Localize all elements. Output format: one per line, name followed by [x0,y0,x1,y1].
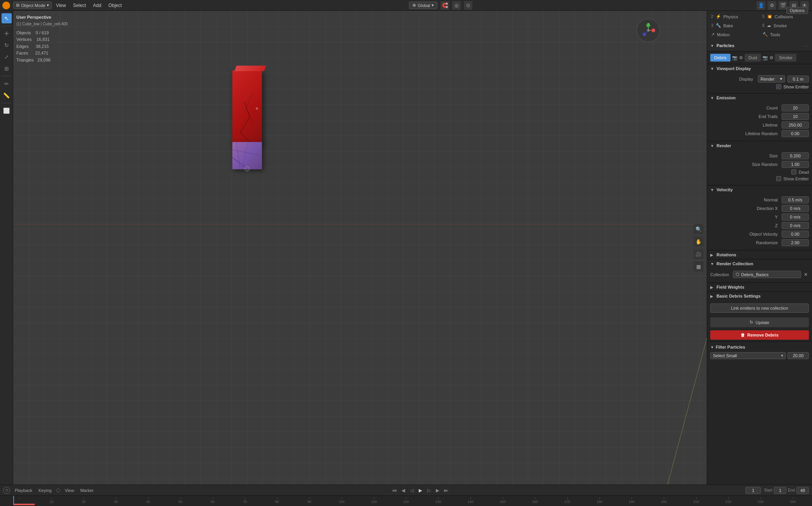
bottom-area: ⏱ Playback Keying View Marker ⏮ ◀ ◁ ▶ ▷ … [0,485,812,506]
smoke-tab[interactable]: 6 ☁ Smoke [760,21,811,30]
emission-arrow: ▼ [710,96,715,100]
transform-tool-btn[interactable]: ⊞ [2,63,12,74]
zoom-extents-btn[interactable]: 🔍 [693,224,704,234]
ruler-mark-120: 120 [390,500,422,504]
options-button[interactable]: Options [786,7,808,14]
field-weights-header[interactable]: ▶ Field Weights [707,283,812,291]
render-view-btn[interactable]: ▦ [693,261,704,272]
tools-tab[interactable]: 🔨 Tools [760,30,811,39]
display-value: Render [761,77,775,81]
lifetime-random-value[interactable]: 0.00 [782,130,809,137]
menu-select[interactable]: Select [70,2,89,9]
scene-icon-btn[interactable]: 🎬 [778,1,787,10]
dust-particle-btn[interactable]: Dust [745,54,761,62]
rotations-header[interactable]: ▶ Rotations [707,250,812,259]
dir-z-value[interactable]: 0 m/s [782,222,809,229]
update-btn[interactable]: ↻ Update [710,317,809,327]
smoke-particle-btn[interactable]: Smoke [775,54,796,62]
view-menu-tl[interactable]: View [63,487,76,494]
menu-view[interactable]: View [53,2,69,9]
remove-debris-btn[interactable]: 🗑 Remove Debris [710,330,809,340]
particles-collapse-icon[interactable]: ▼ [710,44,714,48]
jump-end-btn[interactable]: ⏭ [442,487,450,494]
collection-remove-btn[interactable]: ✕ [803,272,809,278]
size-value[interactable]: 0.200 [782,152,809,159]
basic-debris-header[interactable]: ▶ Basic Debris Settings [707,292,812,300]
next-frame-btn[interactable]: ▶ [433,487,441,494]
count-value[interactable]: 20 [782,104,809,111]
measure-tool-btn[interactable]: 📏 [2,90,12,100]
dead-checkbox[interactable]: ✓ [791,169,796,175]
object-tool-btn[interactable]: ⬜ [2,106,12,116]
collection-value[interactable]: ⬡ Debris_Basics [733,271,801,278]
svg-text:Y: Y [647,23,649,25]
current-frame-input[interactable]: 1 [745,487,761,494]
ruler-mark-170: 170 [551,500,584,504]
physics-tab[interactable]: 2 ⚡ Physics [709,12,759,21]
bake-tab[interactable]: 3 🔧 Bake [709,21,759,30]
end-frame-input[interactable]: 48 [796,487,809,494]
snap-icon-btn[interactable]: 🧲 [440,1,449,10]
transform-chevron: ▾ [432,3,434,8]
rotate-tool-btn[interactable]: ↻ [2,40,12,50]
jump-start-btn[interactable]: ⏮ [391,487,398,494]
settings-icon-btn[interactable]: ⚙ [768,1,776,10]
viewport[interactable]: User Perspective (1) Cube_low | Cube_cel… [13,11,707,485]
menu-add[interactable]: Add [90,2,104,9]
particles-options-icon[interactable]: ··· [802,42,809,49]
transform-selector[interactable]: ⊕ Global ▾ [409,2,437,9]
user-icon-btn[interactable]: 👤 [757,1,765,10]
select-small-value-field[interactable]: 20.00 [787,352,809,359]
annotate-tool-btn[interactable]: ✏ [2,79,12,89]
show-emitter-checkbox-vp[interactable]: ✓ [776,84,781,89]
emission-header[interactable]: ▼ Emission [707,93,812,102]
frame-ruler[interactable]: 10 20 30 40 50 60 70 80 90 100 110 120 1… [0,496,812,505]
nav-gizmo[interactable]: X Y Z [637,19,660,42]
start-frame-input[interactable]: 1 [774,487,786,494]
display-dropdown[interactable]: Render ▾ [758,75,785,83]
mode-selector[interactable]: ⊞ Object Mode ▾ [13,2,52,9]
play-btn[interactable]: ▶ [416,487,424,494]
render-header[interactable]: ▼ Render [707,141,812,150]
scale-tool-btn[interactable]: ⤢ [2,52,12,62]
ruler-mark-130: 130 [422,500,455,504]
debris-particle-btn[interactable]: Debris [710,54,731,62]
motion-tab[interactable]: ↗ Motion [709,30,759,39]
walk-navigate-btn[interactable]: ✋ [693,236,704,247]
size-row: Size 0.200 [710,152,809,160]
obj-vel-value[interactable]: 0.00 [782,231,809,238]
transform-pivot-btn[interactable]: ⊙ [464,1,472,10]
viewport-display-header[interactable]: ▼ Viewport Display [707,64,812,73]
keying-dot[interactable] [56,488,60,492]
randomize-value[interactable]: 2.00 [782,239,809,246]
menu-object[interactable]: Object [105,2,125,9]
render-collection-header[interactable]: ▼ Render Collection [707,259,812,268]
prev-frame-btn[interactable]: ◀ [399,487,407,494]
marker-menu[interactable]: Marker [79,487,95,494]
normal-value[interactable]: 0.5 m/s [782,196,809,203]
render-collection-title: Render Collection [716,261,753,266]
move-tool-btn[interactable]: ✛ [2,28,12,39]
prev-keyframe-btn[interactable]: ◁ [408,487,416,494]
select-tool-btn[interactable]: ↖ [2,13,12,23]
ruler-mark-100: 100 [326,500,358,504]
proportional-edit-btn[interactable]: ◎ [452,1,461,10]
dir-y-value[interactable]: 0 m/s [782,213,809,220]
select-small-dropdown[interactable]: Select Small ▾ [710,352,786,359]
link-emitters-btn[interactable]: Link emitters to new collection [710,303,809,313]
viewport-grid [13,11,707,485]
filter-particles-header[interactable]: ▼ Filter Particles [710,343,809,351]
playback-menu[interactable]: Playback [13,487,34,494]
display-number[interactable]: 0.1 m [787,76,809,83]
lifetime-value[interactable]: 250.00 [782,122,809,129]
camera-view-btn[interactable]: 🎥 [693,249,704,259]
keying-menu[interactable]: Keying [37,487,53,494]
show-emitter-checkbox-render[interactable]: ✓ [776,176,781,181]
timeline-icon[interactable]: ⏱ [3,487,10,494]
size-random-value[interactable]: 1.00 [782,161,809,168]
end-trails-value[interactable]: 10 [782,113,809,120]
ruler-mark-10: 10 [35,500,68,504]
dir-x-value[interactable]: 0 m/s [782,205,809,212]
next-keyframe-btn[interactable]: ▷ [425,487,433,494]
velocity-header[interactable]: ▼ Velocity [707,185,812,194]
